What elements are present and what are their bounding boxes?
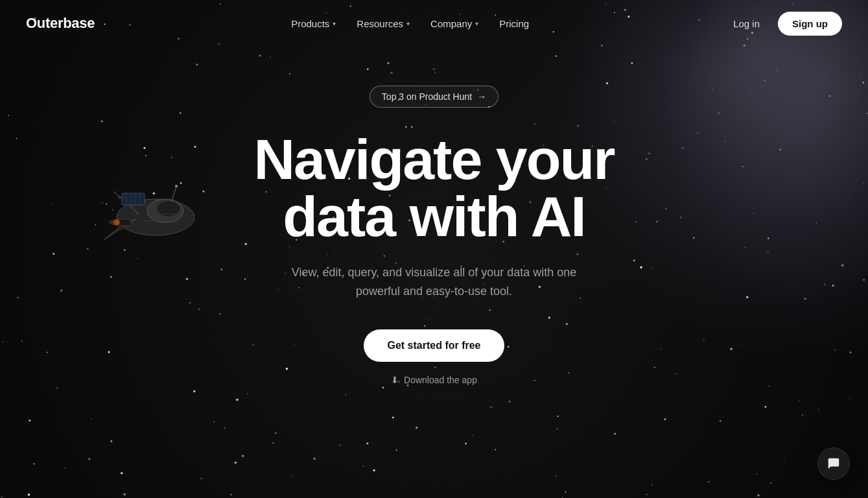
download-label: Download the app xyxy=(404,375,477,385)
signup-button[interactable]: Sign up xyxy=(778,12,842,36)
nav-links: Products ▾ Resources ▾ Company ▾ Pricing xyxy=(282,13,538,34)
hero-section: Top 3 on Product Hunt → Navigate your da… xyxy=(0,47,868,385)
nav-products[interactable]: Products ▾ xyxy=(282,13,345,34)
download-icon: ⬇ xyxy=(391,375,399,385)
login-button[interactable]: Log in xyxy=(725,13,768,34)
hero-title: Navigate your data with AI xyxy=(254,131,615,245)
badge-text: Top 3 on Product Hunt xyxy=(382,91,472,102)
nav-resources[interactable]: Resources ▾ xyxy=(347,13,419,34)
chat-icon xyxy=(827,456,841,471)
product-hunt-badge[interactable]: Top 3 on Product Hunt → xyxy=(369,86,499,108)
download-app-link[interactable]: ⬇ Download the app xyxy=(391,375,477,385)
nav-pricing[interactable]: Pricing xyxy=(490,13,538,34)
hero-subtitle: View, edit, query, and visualize all of … xyxy=(279,263,590,301)
arrow-icon: → xyxy=(477,91,486,102)
chat-button[interactable] xyxy=(817,447,850,480)
chevron-down-icon: ▾ xyxy=(475,20,478,27)
get-started-button[interactable]: Get started for free xyxy=(364,329,504,362)
chevron-down-icon: ▾ xyxy=(406,20,410,27)
logo[interactable]: Outerbase xyxy=(26,15,95,32)
navigation: Outerbase Products ▾ Resources ▾ Company… xyxy=(0,0,868,47)
nav-actions: Log in Sign up xyxy=(725,12,842,36)
nav-company[interactable]: Company ▾ xyxy=(421,13,487,34)
chevron-down-icon: ▾ xyxy=(333,20,336,27)
